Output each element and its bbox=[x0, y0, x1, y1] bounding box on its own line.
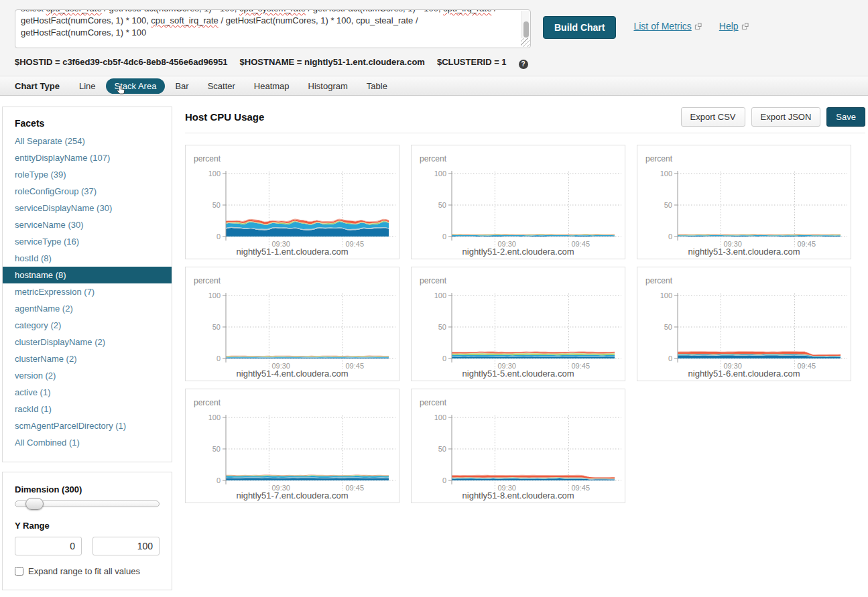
facet-item-servicetype[interactable]: serviceType (16) bbox=[3, 233, 172, 250]
facet-item-hostid[interactable]: hostId (8) bbox=[3, 250, 172, 267]
facet-item-entitydisplayname[interactable]: entityDisplayName (107) bbox=[3, 149, 172, 166]
y-tick-label: 0 bbox=[216, 476, 221, 484]
dimension-label: Dimension (300) bbox=[15, 484, 160, 494]
chart-type-histogram[interactable]: Histogram bbox=[300, 78, 357, 94]
stacked-area-chart[interactable]: 09:3009:45050100percentnightly51-4.ent.c… bbox=[186, 267, 399, 381]
y-tick-label: 50 bbox=[664, 323, 672, 331]
y-tick-label: 100 bbox=[660, 170, 672, 178]
chart-tile-nightly51-3[interactable]: 09:3009:45050100percentnightly51-3.ent.c… bbox=[637, 145, 851, 259]
dimension-slider[interactable] bbox=[15, 501, 160, 507]
area-layer-1 bbox=[452, 236, 615, 237]
facet-item-roletype[interactable]: roleType (39) bbox=[3, 166, 172, 183]
y-tick-label: 0 bbox=[442, 233, 446, 241]
stacked-area-chart[interactable]: 09:3009:45050100percentnightly51-8.ent.c… bbox=[412, 389, 625, 503]
context-var: $HOSTID = c3f6ed39-cb5f-4dc6-8eb8-456e6a… bbox=[15, 57, 228, 67]
chart-type-bar: Chart Type LineStack AreaBarScatterHeatm… bbox=[0, 76, 868, 96]
context-var: $CLUSTERID = 1 bbox=[437, 57, 507, 67]
query-line: select cpu_user_rate / getHostFact(numCo… bbox=[21, 9, 517, 15]
external-link-icon bbox=[741, 23, 749, 30]
chart-type-table[interactable]: Table bbox=[358, 78, 396, 94]
help-badge-icon[interactable]: ? bbox=[519, 60, 528, 69]
chart-hostname-label: nightly51-7.ent.cloudera.com bbox=[237, 490, 349, 501]
facet-item-servicedisplayname[interactable]: serviceDisplayName (30) bbox=[3, 200, 172, 216]
y-tick-label: 100 bbox=[434, 413, 446, 421]
expand-range-checkbox[interactable] bbox=[15, 567, 23, 576]
y-tick-label: 0 bbox=[442, 476, 446, 484]
chart-type-heatmap[interactable]: Heatmap bbox=[245, 78, 298, 94]
chart-tile-nightly51-1[interactable]: 09:3009:45050100percentnightly51-1.ent.c… bbox=[185, 145, 399, 259]
facet-item-version[interactable]: version (2) bbox=[3, 367, 172, 384]
sidebar: Facets All Separate (254)entityDisplayNa… bbox=[0, 107, 173, 590]
chart-hostname-label: nightly51-5.ent.cloudera.com bbox=[462, 369, 574, 379]
stacked-area-chart[interactable]: 09:3009:45050100percentnightly51-5.ent.c… bbox=[412, 267, 625, 381]
chart-hostname-label: nightly51-4.ent.cloudera.com bbox=[237, 369, 349, 379]
chart-tile-nightly51-2[interactable]: 09:3009:45050100percentnightly51-2.ent.c… bbox=[411, 145, 625, 259]
y-tick-label: 0 bbox=[668, 354, 672, 362]
y-tick-label: 100 bbox=[660, 291, 672, 300]
help-link[interactable]: Help bbox=[719, 21, 749, 31]
stacked-area-chart[interactable]: 09:3009:45050100percentnightly51-3.ent.c… bbox=[637, 145, 851, 259]
facet-item-agentname[interactable]: agentName (2) bbox=[3, 300, 172, 317]
y-tick-label: 0 bbox=[216, 233, 221, 241]
chart-type-line[interactable]: Line bbox=[70, 78, 105, 94]
stacked-area-chart[interactable]: 09:3009:45050100percentnightly51-2.ent.c… bbox=[412, 145, 625, 259]
chart-tile-nightly51-5[interactable]: 09:3009:45050100percentnightly51-5.ent.c… bbox=[411, 267, 625, 381]
y-tick-label: 100 bbox=[434, 291, 446, 300]
chart-tile-nightly51-4[interactable]: 09:3009:45050100percentnightly51-4.ent.c… bbox=[185, 267, 399, 381]
chart-tile-nightly51-6[interactable]: 09:3009:45050100percentnightly51-6.ent.c… bbox=[637, 267, 851, 381]
expand-range-option[interactable]: Expand range to fit all values bbox=[15, 566, 160, 576]
stacked-area-chart[interactable]: 09:3009:45050100percentnightly51-7.ent.c… bbox=[186, 389, 399, 503]
y-unit-label: percent bbox=[645, 154, 673, 163]
chart-tile-nightly51-7[interactable]: 09:3009:45050100percentnightly51-7.ent.c… bbox=[185, 389, 399, 503]
y-tick-label: 100 bbox=[434, 170, 446, 178]
chart-builder-page: select cpu_user_rate / getHostFact(numCo… bbox=[0, 0, 868, 597]
facet-item-clusterdisplayname[interactable]: clusterDisplayName (2) bbox=[3, 334, 172, 350]
y-min-input[interactable] bbox=[15, 537, 82, 555]
y-tick-label: 100 bbox=[208, 413, 221, 421]
external-link-icon bbox=[694, 23, 702, 30]
slider-handle[interactable] bbox=[25, 498, 44, 510]
chart-type-bar[interactable]: Bar bbox=[166, 78, 197, 94]
facet-item-all-combined[interactable]: All Combined (1) bbox=[3, 434, 172, 451]
chart-type-stack-area[interactable]: Stack Area bbox=[106, 78, 166, 94]
chart-tile-nightly51-8[interactable]: 09:3009:45050100percentnightly51-8.ent.c… bbox=[411, 389, 625, 503]
help-label: Help bbox=[719, 21, 739, 31]
facet-item-servicename[interactable]: serviceName (30) bbox=[3, 216, 172, 233]
y-max-input[interactable] bbox=[92, 537, 160, 555]
expand-range-label: Expand range to fit all values bbox=[28, 566, 140, 576]
export-csv-button[interactable]: Export CSV bbox=[681, 107, 745, 127]
facet-item-metricexpression[interactable]: metricExpression (7) bbox=[3, 283, 172, 300]
facet-item-category[interactable]: category (2) bbox=[3, 317, 172, 334]
area-layer-1 bbox=[226, 478, 389, 480]
stacked-area-chart[interactable]: 09:3009:45050100percentnightly51-6.ent.c… bbox=[637, 267, 851, 381]
build-chart-button[interactable]: Build Chart bbox=[543, 16, 616, 39]
y-unit-label: percent bbox=[420, 398, 447, 407]
facet-item-active[interactable]: active (1) bbox=[3, 384, 172, 401]
chart-type-options: LineStack AreaBarScatterHeatmapHistogram… bbox=[70, 78, 397, 94]
y-tick-label: 0 bbox=[442, 354, 446, 362]
export-json-button[interactable]: Export JSON bbox=[751, 107, 821, 127]
x-tick-label: 09:45 bbox=[571, 240, 590, 248]
chart-hostname-label: nightly51-1.ent.cloudera.com bbox=[237, 247, 349, 257]
facet-item-hostname[interactable]: hostname (8) bbox=[3, 267, 172, 283]
query-builder-section: select cpu_user_rate / getHostFact(numCo… bbox=[0, 0, 868, 76]
facet-item-clustername[interactable]: clusterName (2) bbox=[3, 350, 172, 367]
chart-hostname-label: nightly51-2.ent.cloudera.com bbox=[462, 247, 574, 257]
chart-type-scatter[interactable]: Scatter bbox=[199, 78, 244, 94]
facet-list: All Separate (254)entityDisplayName (107… bbox=[3, 133, 172, 451]
y-tick-label: 0 bbox=[216, 354, 221, 362]
query-input[interactable]: select cpu_user_rate / getHostFact(numCo… bbox=[15, 9, 531, 48]
textarea-resize-handle[interactable] bbox=[521, 38, 530, 47]
scrollbar-thumb[interactable] bbox=[523, 21, 529, 38]
facet-item-scmagentparceldirectory[interactable]: scmAgentParcelDirectory (1) bbox=[3, 417, 172, 434]
query-line: getHostFact(numCores, 1) * 100, cpu_soft… bbox=[21, 15, 517, 27]
list-of-metrics-link[interactable]: List of Metrics bbox=[633, 21, 701, 31]
y-unit-label: percent bbox=[194, 154, 221, 163]
facet-item-rackid[interactable]: rackId (1) bbox=[3, 401, 172, 417]
save-button[interactable]: Save bbox=[826, 107, 865, 127]
y-unit-label: percent bbox=[420, 154, 447, 163]
textarea-scrollbar[interactable] bbox=[521, 11, 530, 38]
stacked-area-chart[interactable]: 09:3009:45050100percentnightly51-1.ent.c… bbox=[186, 145, 399, 259]
facet-item-roleconfiggroup[interactable]: roleConfigGroup (37) bbox=[3, 183, 172, 200]
facet-item-all-separate[interactable]: All Separate (254) bbox=[3, 133, 172, 149]
